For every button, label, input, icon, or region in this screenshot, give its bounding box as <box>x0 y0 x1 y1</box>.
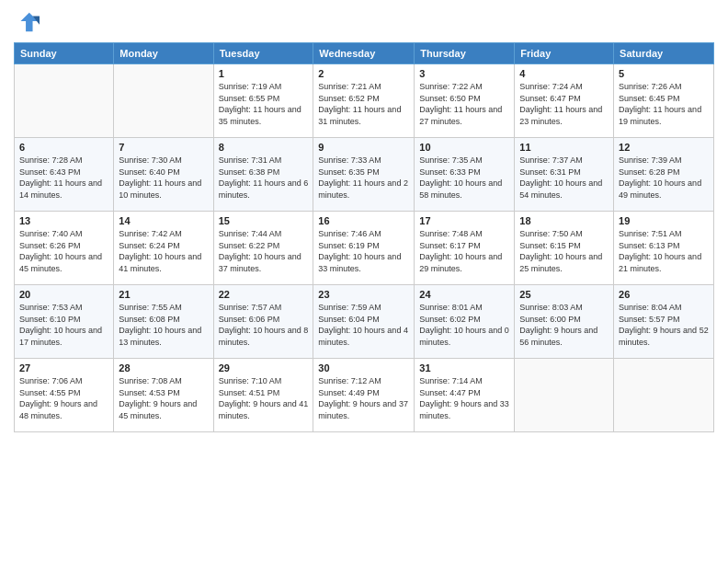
day-number: 7 <box>119 142 208 153</box>
day-number: 15 <box>219 215 309 226</box>
day-number: 26 <box>619 289 709 300</box>
calendar-cell: 16Sunrise: 7:46 AM Sunset: 6:19 PM Dayli… <box>313 212 415 285</box>
day-number: 10 <box>419 142 509 153</box>
day-info: Sunrise: 8:01 AM Sunset: 6:02 PM Dayligh… <box>419 302 509 348</box>
day-info: Sunrise: 7:08 AM Sunset: 4:53 PM Dayligh… <box>119 375 208 421</box>
calendar-table: SundayMondayTuesdayWednesdayThursdayFrid… <box>14 42 714 432</box>
day-number: 27 <box>19 362 108 373</box>
day-number: 20 <box>19 289 108 300</box>
calendar-cell: 8Sunrise: 7:31 AM Sunset: 6:38 PM Daylig… <box>213 138 313 212</box>
day-number: 29 <box>219 362 309 373</box>
calendar-cell: 4Sunrise: 7:24 AM Sunset: 6:47 PM Daylig… <box>515 64 614 138</box>
calendar-weekday-monday: Monday <box>114 43 213 64</box>
day-info: Sunrise: 7:51 AM Sunset: 6:13 PM Dayligh… <box>619 228 709 274</box>
day-number: 5 <box>619 68 709 79</box>
day-number: 31 <box>419 362 509 373</box>
calendar-week-row: 1Sunrise: 7:19 AM Sunset: 6:55 PM Daylig… <box>15 64 714 138</box>
day-info: Sunrise: 8:04 AM Sunset: 5:57 PM Dayligh… <box>619 302 709 348</box>
calendar-cell: 30Sunrise: 7:12 AM Sunset: 4:49 PM Dayli… <box>313 359 415 432</box>
day-info: Sunrise: 7:14 AM Sunset: 4:47 PM Dayligh… <box>419 375 509 421</box>
calendar-cell: 19Sunrise: 7:51 AM Sunset: 6:13 PM Dayli… <box>614 212 714 285</box>
day-info: Sunrise: 7:50 AM Sunset: 6:15 PM Dayligh… <box>519 228 609 274</box>
day-info: Sunrise: 7:40 AM Sunset: 6:26 PM Dayligh… <box>19 228 108 274</box>
day-number: 6 <box>19 142 108 153</box>
day-info: Sunrise: 7:42 AM Sunset: 6:24 PM Dayligh… <box>119 228 208 274</box>
day-info: Sunrise: 7:48 AM Sunset: 6:17 PM Dayligh… <box>419 228 509 274</box>
day-number: 1 <box>219 68 309 79</box>
calendar-week-row: 20Sunrise: 7:53 AM Sunset: 6:10 PM Dayli… <box>15 285 714 359</box>
calendar-cell <box>614 359 714 432</box>
day-info: Sunrise: 7:37 AM Sunset: 6:31 PM Dayligh… <box>519 155 609 201</box>
day-number: 24 <box>419 289 509 300</box>
day-info: Sunrise: 7:10 AM Sunset: 4:51 PM Dayligh… <box>219 375 309 421</box>
day-number: 3 <box>419 68 509 79</box>
calendar-cell: 18Sunrise: 7:50 AM Sunset: 6:15 PM Dayli… <box>515 212 614 285</box>
day-info: Sunrise: 7:46 AM Sunset: 6:19 PM Dayligh… <box>318 228 409 274</box>
calendar-cell: 5Sunrise: 7:26 AM Sunset: 6:45 PM Daylig… <box>614 64 714 138</box>
calendar-cell: 20Sunrise: 7:53 AM Sunset: 6:10 PM Dayli… <box>15 285 114 359</box>
logo-icon <box>14 9 40 35</box>
calendar-cell: 1Sunrise: 7:19 AM Sunset: 6:55 PM Daylig… <box>213 64 313 138</box>
day-info: Sunrise: 7:26 AM Sunset: 6:45 PM Dayligh… <box>619 81 709 127</box>
calendar-weekday-saturday: Saturday <box>614 43 714 64</box>
day-number: 11 <box>519 142 609 153</box>
calendar-cell: 22Sunrise: 7:57 AM Sunset: 6:06 PM Dayli… <box>213 285 313 359</box>
calendar-cell: 31Sunrise: 7:14 AM Sunset: 4:47 PM Dayli… <box>415 359 515 432</box>
calendar-cell: 14Sunrise: 7:42 AM Sunset: 6:24 PM Dayli… <box>114 212 213 285</box>
calendar-cell: 11Sunrise: 7:37 AM Sunset: 6:31 PM Dayli… <box>515 138 614 212</box>
day-number: 2 <box>318 68 409 79</box>
day-info: Sunrise: 7:44 AM Sunset: 6:22 PM Dayligh… <box>219 228 309 274</box>
calendar-week-row: 13Sunrise: 7:40 AM Sunset: 6:26 PM Dayli… <box>15 212 714 285</box>
day-info: Sunrise: 7:19 AM Sunset: 6:55 PM Dayligh… <box>219 81 309 127</box>
calendar-cell: 26Sunrise: 8:04 AM Sunset: 5:57 PM Dayli… <box>614 285 714 359</box>
calendar-cell: 3Sunrise: 7:22 AM Sunset: 6:50 PM Daylig… <box>415 64 515 138</box>
calendar-week-row: 6Sunrise: 7:28 AM Sunset: 6:43 PM Daylig… <box>15 138 714 212</box>
day-number: 9 <box>318 142 409 153</box>
calendar-cell: 28Sunrise: 7:08 AM Sunset: 4:53 PM Dayli… <box>114 359 213 432</box>
day-info: Sunrise: 7:12 AM Sunset: 4:49 PM Dayligh… <box>318 375 409 421</box>
calendar-cell: 29Sunrise: 7:10 AM Sunset: 4:51 PM Dayli… <box>213 359 313 432</box>
calendar-weekday-thursday: Thursday <box>415 43 515 64</box>
calendar-cell: 2Sunrise: 7:21 AM Sunset: 6:52 PM Daylig… <box>313 64 415 138</box>
calendar-cell: 27Sunrise: 7:06 AM Sunset: 4:55 PM Dayli… <box>15 359 114 432</box>
calendar-cell: 9Sunrise: 7:33 AM Sunset: 6:35 PM Daylig… <box>313 138 415 212</box>
day-number: 8 <box>219 142 309 153</box>
calendar-cell: 25Sunrise: 8:03 AM Sunset: 6:00 PM Dayli… <box>515 285 614 359</box>
day-info: Sunrise: 7:35 AM Sunset: 6:33 PM Dayligh… <box>419 155 509 201</box>
day-info: Sunrise: 7:24 AM Sunset: 6:47 PM Dayligh… <box>519 81 609 127</box>
calendar-cell: 15Sunrise: 7:44 AM Sunset: 6:22 PM Dayli… <box>213 212 313 285</box>
calendar-weekday-sunday: Sunday <box>15 43 114 64</box>
calendar-cell <box>114 64 213 138</box>
day-info: Sunrise: 7:28 AM Sunset: 6:43 PM Dayligh… <box>19 155 108 201</box>
day-number: 16 <box>318 215 409 226</box>
calendar-cell: 12Sunrise: 7:39 AM Sunset: 6:28 PM Dayli… <box>614 138 714 212</box>
day-number: 13 <box>19 215 108 226</box>
day-info: Sunrise: 7:53 AM Sunset: 6:10 PM Dayligh… <box>19 302 108 348</box>
day-number: 4 <box>519 68 609 79</box>
calendar-cell: 6Sunrise: 7:28 AM Sunset: 6:43 PM Daylig… <box>15 138 114 212</box>
calendar-cell: 17Sunrise: 7:48 AM Sunset: 6:17 PM Dayli… <box>415 212 515 285</box>
day-number: 19 <box>619 215 709 226</box>
day-number: 18 <box>519 215 609 226</box>
logo <box>14 9 42 35</box>
calendar-cell: 10Sunrise: 7:35 AM Sunset: 6:33 PM Dayli… <box>415 138 515 212</box>
day-number: 21 <box>119 289 208 300</box>
day-number: 14 <box>119 215 208 226</box>
calendar-weekday-tuesday: Tuesday <box>213 43 313 64</box>
calendar-weekday-wednesday: Wednesday <box>313 43 415 64</box>
calendar-cell: 13Sunrise: 7:40 AM Sunset: 6:26 PM Dayli… <box>15 212 114 285</box>
calendar-header-row: SundayMondayTuesdayWednesdayThursdayFrid… <box>15 43 714 64</box>
day-number: 23 <box>318 289 409 300</box>
calendar-week-row: 27Sunrise: 7:06 AM Sunset: 4:55 PM Dayli… <box>15 359 714 432</box>
calendar-cell: 21Sunrise: 7:55 AM Sunset: 6:08 PM Dayli… <box>114 285 213 359</box>
calendar-cell <box>15 64 114 138</box>
day-number: 22 <box>219 289 309 300</box>
day-info: Sunrise: 8:03 AM Sunset: 6:00 PM Dayligh… <box>519 302 609 348</box>
calendar-cell: 24Sunrise: 8:01 AM Sunset: 6:02 PM Dayli… <box>415 285 515 359</box>
calendar-cell <box>515 359 614 432</box>
calendar-cell: 7Sunrise: 7:30 AM Sunset: 6:40 PM Daylig… <box>114 138 213 212</box>
day-info: Sunrise: 7:57 AM Sunset: 6:06 PM Dayligh… <box>219 302 309 348</box>
day-number: 25 <box>519 289 609 300</box>
day-info: Sunrise: 7:21 AM Sunset: 6:52 PM Dayligh… <box>318 81 409 127</box>
day-number: 30 <box>318 362 409 373</box>
